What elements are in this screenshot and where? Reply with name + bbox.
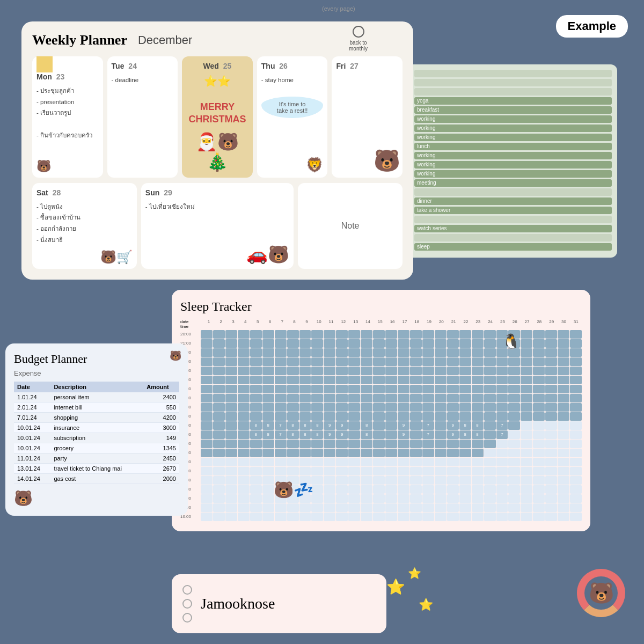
sleep-cell-20:00-10 <box>311 330 323 339</box>
sleep-cell-06:00-7: 7 <box>275 421 287 430</box>
sleep-cell-11:00-4 <box>238 467 250 475</box>
budget-cell-amount-0: 2400 <box>143 392 179 402</box>
sleep-cell-01:00-9 <box>299 376 311 384</box>
christmas-text: MERRYCHRISTMAS <box>186 101 248 126</box>
sleep-cell-15:00-29 <box>545 503 557 512</box>
sleep-cell-13:00-6 <box>262 485 274 494</box>
sleep-cell-10:00-30 <box>558 458 569 466</box>
budget-cell-date-7: 13.01.24 <box>14 464 50 474</box>
sleep-cell-14:00-31 <box>570 494 582 503</box>
budget-row-3: 10.01.24insurance3000 <box>14 423 179 433</box>
sleep-cell-15:00-13 <box>348 503 360 512</box>
sleep-cell-16:00-19 <box>422 513 434 521</box>
time-bar-13:00: working <box>414 152 612 159</box>
sleep-cell-21:00-24 <box>484 339 496 348</box>
sleep-cells-20:00 <box>201 330 582 339</box>
sleep-cell-14:00-24 <box>484 494 496 503</box>
time-row-0400: 04:00 <box>392 70 612 77</box>
sleep-cell-10:00-16 <box>385 458 397 466</box>
sleep-cell-07:00-29 <box>545 430 557 439</box>
sleep-cell-02:00-25 <box>496 385 508 393</box>
sleep-cell-13:00-29 <box>545 485 557 494</box>
star-deco-1: ⭐ <box>386 578 405 596</box>
sleep-day-20: 20 <box>435 319 447 329</box>
sleep-cell-14:00-2 <box>213 494 225 503</box>
back-to-monthly[interactable]: back tomonthly <box>349 26 368 52</box>
sleep-cell-22:00-23 <box>472 348 484 357</box>
sleep-day-28: 28 <box>533 319 545 329</box>
sleep-cell-11:00-12 <box>336 467 348 475</box>
sleep-cell-23:00-16 <box>385 357 397 366</box>
sleep-cell-09:00-24 <box>484 449 496 457</box>
sleep-cell-02:00-30 <box>558 385 569 393</box>
budget-row-6: 11.01.24party2450 <box>14 453 179 464</box>
sleep-cell-07:00-19: 7 <box>422 430 434 439</box>
star-deco-2: ⭐ <box>408 567 421 580</box>
budget-cell-amount-4: 149 <box>143 433 179 443</box>
sleep-cell-11:00-7 <box>275 467 287 475</box>
sleep-cell-23:00-26 <box>508 357 520 366</box>
sleep-row-22:00: 22:00 <box>180 348 582 357</box>
sleep-cell-01:00-17 <box>398 376 409 384</box>
sleep-cell-10:00-28 <box>533 458 545 466</box>
day-sat-name: Sat <box>36 188 48 197</box>
time-bar-05:00 <box>414 79 612 86</box>
sleep-cell-05:00-28 <box>533 412 545 421</box>
sleep-cell-09:00-30 <box>558 449 569 457</box>
sleep-cell-13:00-24 <box>484 485 496 494</box>
sleep-cell-04:00-3 <box>225 403 237 412</box>
sleep-cell-14:00-23 <box>472 494 484 503</box>
day-tue-name: Tue <box>112 62 125 70</box>
sleep-cell-10:00-3 <box>225 458 237 466</box>
sleep-cell-14:00-30 <box>558 494 569 503</box>
sleep-cell-08:00-20 <box>435 440 447 448</box>
sleep-cell-04:00-7 <box>275 403 287 412</box>
sleep-cell-04:00-6 <box>262 403 274 412</box>
sleep-cell-00:00-2 <box>213 367 225 375</box>
sleep-cell-09:00-8 <box>287 449 299 457</box>
sleep-cell-11:00-14 <box>361 467 372 475</box>
sleep-cell-05:00-13 <box>348 412 360 421</box>
sleep-cell-13:00-14 <box>361 485 372 494</box>
sleep-cell-20:00-16 <box>385 330 397 339</box>
sleep-cell-15:00-3 <box>225 503 237 512</box>
sleep-cell-02:00-21 <box>447 385 459 393</box>
sleep-cell-11:00-30 <box>558 467 569 475</box>
sleep-cell-21:00-21 <box>447 339 459 348</box>
sleep-cell-00:00-12 <box>336 367 348 375</box>
sleep-cell-16:00-22 <box>459 513 471 521</box>
sleep-cell-11:00-17 <box>398 467 409 475</box>
sleep-cell-00:00-18 <box>410 367 422 375</box>
sleep-cell-05:00-5 <box>250 412 262 421</box>
sleep-cell-16:00-13 <box>348 513 360 521</box>
sleep-cell-10:00-27 <box>521 458 532 466</box>
sleep-cell-01:00-30 <box>558 376 569 384</box>
sleep-day-7: 7 <box>276 319 288 329</box>
penguin-deco: 🐧 <box>502 333 521 350</box>
day-sat: Sat 28 - ไปดูหนัง- ซื้อของเข้าบ้าน- ออกก… <box>32 183 137 269</box>
sleep-cell-14:00-12 <box>336 494 348 503</box>
sleep-cell-16:00-14 <box>361 513 372 521</box>
time-row-1300: 13:00working <box>392 152 612 159</box>
sleep-day-12: 12 <box>338 319 349 329</box>
sleep-cell-00:00-15 <box>373 367 385 375</box>
sleep-cell-02:00-24 <box>484 385 496 393</box>
sleep-cell-08:00-24 <box>484 440 496 448</box>
budget-row-5: 10.01.24grocery1345 <box>14 443 179 453</box>
time-bar-15:00: working <box>414 170 612 178</box>
sleep-cell-01:00-18 <box>410 376 422 384</box>
sleep-title: Sleep Tracker <box>180 299 582 314</box>
budget-cell-date-3: 10.01.24 <box>14 423 50 433</box>
every-page-label: (every page) <box>322 5 355 12</box>
sleep-day-25: 25 <box>497 319 509 329</box>
sleep-cell-15:00-5 <box>250 503 262 512</box>
sleep-header: datetime 1234567891011121314151617181920… <box>180 319 582 329</box>
sleep-cell-07:00-4 <box>238 430 250 439</box>
budget-row-0: 1.01.24personal item2400 <box>14 392 179 402</box>
sleep-cell-03:00-20 <box>435 394 447 402</box>
sleep-cell-12:00-1 <box>201 476 213 485</box>
sleep-cell-22:00-9 <box>299 348 311 357</box>
sleep-cell-04:00-29 <box>545 403 557 412</box>
jam-circle-2 <box>182 599 192 609</box>
sleep-cell-20:00-28 <box>533 330 545 339</box>
